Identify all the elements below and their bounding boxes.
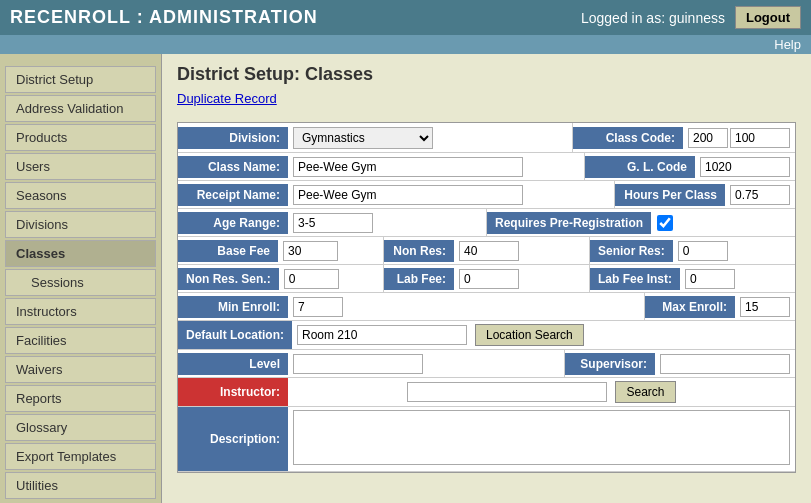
class-code-prefix-input[interactable]: [688, 128, 728, 148]
help-link[interactable]: Help: [774, 37, 801, 52]
content-area: District Setup: Classes Duplicate Record…: [162, 54, 811, 503]
max-enroll-value: [735, 294, 795, 320]
division-select[interactable]: Gymnastics Swimming Tennis Soccer: [293, 127, 433, 149]
main-layout: District Setup Address Validation Produc…: [0, 54, 811, 503]
fee-row: Base Fee Non Res: Senior Res:: [178, 237, 795, 265]
division-left: Division: Gymnastics Swimming Tennis Soc…: [178, 123, 572, 152]
non-res-sen-input[interactable]: [284, 269, 339, 289]
sidebar-item-district-setup[interactable]: District Setup: [5, 66, 156, 93]
sidebar-item-classes[interactable]: Classes: [5, 240, 156, 267]
class-code-value: [683, 125, 795, 151]
non-res-input[interactable]: [459, 241, 519, 261]
receipt-name-input[interactable]: [293, 185, 523, 205]
sidebar-item-export-templates[interactable]: Export Templates: [5, 443, 156, 470]
age-range-value: [288, 210, 486, 236]
logged-in-text: Logged in as: guinness: [581, 10, 725, 26]
requires-prereg-value: [651, 212, 790, 234]
description-label: Description:: [178, 407, 288, 471]
level-left: Level: [178, 350, 565, 377]
sidebar-item-facilities[interactable]: Facilities: [5, 327, 156, 354]
hours-per-class-value: [725, 182, 795, 208]
non-res-sen-label: Non Res. Sen.:: [178, 268, 279, 290]
enroll-row: Min Enroll: Max Enroll:: [178, 293, 795, 321]
level-label: Level: [178, 353, 288, 375]
description-textarea[interactable]: [293, 410, 790, 465]
min-enroll-value: [288, 294, 644, 320]
lab-fee-input[interactable]: [459, 269, 519, 289]
non-res-sen-value: [279, 266, 383, 292]
level-input[interactable]: [293, 354, 423, 374]
instructor-label: Instructor:: [178, 378, 288, 406]
location-search-button[interactable]: Location Search: [475, 324, 584, 346]
sidebar-item-glossary[interactable]: Glossary: [5, 414, 156, 441]
class-name-input[interactable]: [293, 157, 523, 177]
supervisor-value: [655, 351, 795, 377]
sidebar-item-seasons[interactable]: Seasons: [5, 182, 156, 209]
header-right: Logged in as: guinness Logout: [581, 6, 801, 29]
help-bar: Help: [0, 35, 811, 54]
instructor-value: Search: [288, 378, 795, 406]
sidebar-item-utilities[interactable]: Utilities: [5, 472, 156, 499]
senior-res-input[interactable]: [678, 241, 728, 261]
base-fee-section: Base Fee: [178, 237, 384, 264]
age-range-right: Requires Pre-Registration: [487, 209, 795, 236]
sidebar-item-products[interactable]: Products: [5, 124, 156, 151]
gl-code-label: G. L. Code: [585, 156, 695, 178]
lab-fee-inst-input[interactable]: [685, 269, 735, 289]
receipt-name-left: Receipt Name:: [178, 181, 615, 208]
receipt-name-right: Hours Per Class: [615, 181, 795, 208]
class-name-left: Class Name:: [178, 153, 585, 180]
class-code-input[interactable]: [730, 128, 790, 148]
age-range-row: Age Range: Requires Pre-Registration: [178, 209, 795, 237]
receipt-name-row: Receipt Name: Hours Per Class: [178, 181, 795, 209]
logout-button[interactable]: Logout: [735, 6, 801, 29]
senior-res-label: Senior Res:: [590, 240, 673, 262]
sidebar-item-sessions[interactable]: Sessions: [5, 269, 156, 296]
level-right: Supervisor:: [565, 350, 795, 377]
page-title: District Setup: Classes: [177, 64, 796, 85]
lab-fee-inst-section: Lab Fee Inst:: [590, 265, 795, 292]
base-fee-input[interactable]: [283, 241, 338, 261]
senior-res-value: [673, 238, 795, 264]
sidebar-item-divisions[interactable]: Divisions: [5, 211, 156, 238]
hours-per-class-input[interactable]: [730, 185, 790, 205]
search-button[interactable]: Search: [615, 381, 675, 403]
description-value: [288, 407, 795, 471]
max-enroll-label: Max Enroll:: [645, 296, 735, 318]
min-enroll-left: Min Enroll:: [178, 293, 645, 320]
fee-row2: Non Res. Sen.: Lab Fee: Lab Fee Inst:: [178, 265, 795, 293]
age-range-label: Age Range:: [178, 212, 288, 234]
non-res-value: [454, 238, 589, 264]
sidebar-item-address-validation[interactable]: Address Validation: [5, 95, 156, 122]
age-range-left: Age Range:: [178, 209, 487, 236]
lab-fee-value: [454, 266, 589, 292]
non-res-label: Non Res:: [384, 240, 454, 262]
instructor-input[interactable]: [407, 382, 607, 402]
sidebar-item-waivers[interactable]: Waivers: [5, 356, 156, 383]
supervisor-label: Supervisor:: [565, 353, 655, 375]
requires-prereg-checkbox[interactable]: [657, 215, 673, 231]
level-value: [288, 351, 564, 377]
class-name-row: Class Name: G. L. Code: [178, 153, 795, 181]
age-range-input[interactable]: [293, 213, 373, 233]
class-name-label: Class Name:: [178, 156, 288, 178]
non-res-section: Non Res:: [384, 237, 590, 264]
lab-fee-section: Lab Fee:: [384, 265, 590, 292]
gl-code-input[interactable]: [700, 157, 790, 177]
division-row: Division: Gymnastics Swimming Tennis Soc…: [178, 123, 795, 153]
default-location-input[interactable]: [297, 325, 467, 345]
division-right: Class Code:: [572, 123, 795, 152]
sidebar-item-users[interactable]: Users: [5, 153, 156, 180]
min-enroll-input[interactable]: [293, 297, 343, 317]
sidebar-item-reports[interactable]: Reports: [5, 385, 156, 412]
max-enroll-input[interactable]: [740, 297, 790, 317]
supervisor-input[interactable]: [660, 354, 790, 374]
requires-prereg-section: Requires Pre-Registration: [487, 212, 795, 234]
duplicate-record-link[interactable]: Duplicate Record: [177, 91, 277, 106]
class-name-value: [288, 154, 584, 180]
division-value: Gymnastics Swimming Tennis Soccer: [288, 124, 572, 152]
sidebar-item-instructors[interactable]: Instructors: [5, 298, 156, 325]
non-res-sen-section: Non Res. Sen.:: [178, 265, 384, 292]
sidebar: District Setup Address Validation Produc…: [0, 54, 162, 503]
class-code-label: Class Code:: [573, 127, 683, 149]
